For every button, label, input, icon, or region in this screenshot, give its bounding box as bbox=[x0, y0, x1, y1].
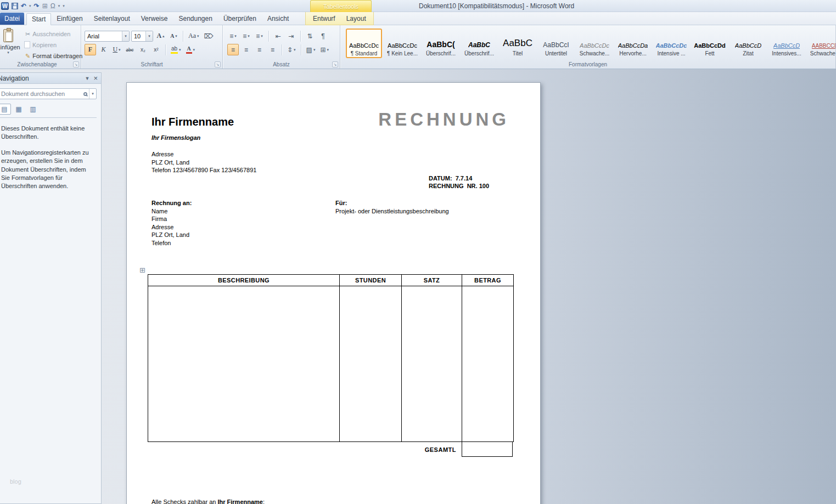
increase-indent-button[interactable]: ⇥ bbox=[285, 30, 297, 42]
style-item[interactable]: AaBbCcDc ¶ Kein Lee... bbox=[384, 29, 420, 58]
shading-button[interactable]: ▨▾ bbox=[305, 44, 317, 55]
invoice-table-body-cell[interactable] bbox=[402, 286, 462, 441]
subscript-button[interactable]: x₂ bbox=[137, 44, 149, 55]
bullets-button[interactable]: ≡▾ bbox=[227, 30, 239, 42]
ribbon-tab[interactable]: Ansicht bbox=[262, 13, 294, 25]
undo-dropdown-icon[interactable]: ▾ bbox=[29, 4, 31, 8]
undo-icon[interactable]: ↶ bbox=[21, 3, 26, 9]
invoice-table-body-cell[interactable] bbox=[148, 286, 340, 441]
invoice-table[interactable]: BESCHREIBUNGSTUNDENSATZBETRAG bbox=[148, 274, 514, 442]
table-move-handle-icon[interactable]: ⊞ bbox=[139, 266, 145, 274]
clear-formatting-button[interactable]: ⌦ bbox=[203, 30, 215, 42]
search-icon[interactable] bbox=[83, 92, 87, 96]
tab-datei[interactable]: Datei bbox=[0, 13, 24, 25]
change-case-button[interactable]: Aa▾ bbox=[187, 30, 201, 42]
multilevel-list-button[interactable]: ≡▾ bbox=[254, 30, 265, 42]
invoice-table-header-cell[interactable]: BETRAG bbox=[462, 275, 513, 286]
contextual-tab[interactable]: Layout bbox=[341, 13, 372, 25]
document-page[interactable]: Ihr Firmenname Ihr Firmenslogan AdresseP… bbox=[126, 82, 541, 504]
paste-button[interactable]: Einfügen ▾ bbox=[0, 27, 23, 60]
align-center-button[interactable]: ≡ bbox=[240, 44, 252, 55]
style-item[interactable]: AaBbCcDc Intensive ... bbox=[653, 29, 689, 58]
highlight-color-button[interactable]: ab ▾ bbox=[169, 44, 183, 55]
bill-to-lines: NameFirmaAdressePLZ Ort, LandTelefon bbox=[152, 207, 192, 247]
paste-dropdown-icon[interactable]: ▾ bbox=[7, 50, 9, 55]
decrease-indent-button[interactable]: ⇤ bbox=[272, 30, 284, 42]
divider bbox=[165, 44, 166, 55]
borders-button[interactable]: ⊞▾ bbox=[318, 44, 330, 55]
invoice-table-header-cell[interactable]: STUNDEN bbox=[340, 275, 402, 286]
style-item[interactable]: AaBbC Titel bbox=[500, 29, 536, 58]
close-icon[interactable]: × bbox=[93, 75, 98, 82]
symbol-dropdown-icon[interactable]: ▾ bbox=[58, 4, 60, 8]
paragraph-dialog-launcher[interactable]: ↘ bbox=[332, 61, 338, 67]
copy-button[interactable]: Kopieren bbox=[25, 41, 82, 49]
redo-icon[interactable]: ↷ bbox=[34, 3, 40, 9]
align-right-icon: ≡ bbox=[257, 46, 261, 54]
browse-results-tab[interactable]: ▥ bbox=[26, 104, 40, 115]
invoice-table-header-cell[interactable]: SATZ bbox=[402, 275, 462, 286]
font-group: Arial ▾ 10 ▾ A▴ A▾ Aa▾ ⌦ F K U▾ abc x₂ x bbox=[81, 25, 223, 69]
table-grid-icon[interactable]: ⊞ bbox=[42, 3, 48, 9]
style-item[interactable]: AaBbC( Überschrif... bbox=[423, 29, 459, 58]
italic-button[interactable]: K bbox=[98, 44, 109, 55]
invoice-table-header-cell[interactable]: BESCHREIBUNG bbox=[148, 275, 340, 286]
line-spacing-button[interactable]: ⇕▾ bbox=[285, 44, 298, 55]
word-app-icon[interactable]: W bbox=[1, 2, 9, 10]
format-painter-button[interactable]: ✎ Format übertragen bbox=[25, 52, 82, 60]
divider bbox=[300, 31, 301, 42]
superscript-button[interactable]: x² bbox=[150, 44, 162, 55]
font-group-label: Schriftart bbox=[81, 61, 222, 67]
bold-button[interactable]: F bbox=[85, 44, 96, 55]
style-item[interactable]: AaBbCcD Intensives... bbox=[768, 29, 805, 58]
style-item[interactable]: AABBCCD Schwache... bbox=[807, 29, 835, 58]
show-paragraph-marks-button[interactable]: ¶ bbox=[317, 30, 329, 42]
search-options-dropdown-icon[interactable]: ▾ bbox=[89, 89, 96, 99]
navigation-options-icon[interactable]: ▼ bbox=[85, 76, 89, 81]
ribbon-tab[interactable]: Seitenlayout bbox=[88, 13, 136, 25]
ribbon-tab[interactable]: Start bbox=[26, 13, 51, 25]
style-item[interactable]: AaBbCcDc ¶ Standard bbox=[346, 29, 382, 58]
align-right-button[interactable]: ≡ bbox=[254, 44, 265, 55]
ribbon-tab[interactable]: Sendungen bbox=[173, 13, 217, 25]
save-icon[interactable] bbox=[12, 3, 18, 9]
style-item[interactable]: AaBbCcDd Fett bbox=[692, 29, 728, 58]
ribbon-tab[interactable]: Verweise bbox=[136, 13, 173, 25]
grow-font-button[interactable]: A▴ bbox=[155, 30, 166, 42]
font-size-dropdown-icon[interactable]: ▾ bbox=[145, 31, 153, 41]
shrink-font-button[interactable]: A▾ bbox=[168, 30, 179, 42]
qat-more-icon[interactable]: ▾ bbox=[63, 4, 65, 8]
font-color-swatch bbox=[186, 52, 192, 54]
symbol-omega-icon[interactable]: Ω bbox=[51, 3, 55, 9]
ribbon-tab[interactable]: Einfügen bbox=[51, 13, 88, 25]
browse-headings-tab[interactable]: ▤ bbox=[0, 104, 11, 115]
justify-button[interactable]: ≡ bbox=[267, 44, 278, 55]
font-dialog-launcher[interactable]: ↘ bbox=[215, 61, 221, 67]
strikethrough-button[interactable]: abc bbox=[124, 44, 136, 55]
style-item[interactable]: AaBbCcDa Hervorhe... bbox=[615, 29, 651, 58]
font-color-button[interactable]: A ▾ bbox=[184, 44, 197, 55]
style-item[interactable]: AaBbCcDc Schwache... bbox=[576, 29, 613, 58]
search-input[interactable] bbox=[0, 89, 83, 98]
underline-button[interactable]: U▾ bbox=[111, 44, 122, 55]
font-family-dropdown-icon[interactable]: ▾ bbox=[122, 31, 129, 41]
font-family-combo[interactable]: Arial ▾ bbox=[85, 31, 130, 42]
invoice-table-body-cell[interactable] bbox=[340, 286, 402, 441]
sort-button[interactable]: ⇅ bbox=[304, 30, 316, 42]
browse-pages-tab[interactable]: ▦ bbox=[12, 104, 25, 115]
style-item[interactable]: AaBbC Überschrif... bbox=[461, 29, 497, 58]
contextual-tab[interactable]: Entwurf bbox=[307, 13, 341, 25]
style-item[interactable]: AaBbCcI Untertitel bbox=[538, 29, 574, 58]
bill-to-block: Rechnung an: NameFirmaAdressePLZ Ort, La… bbox=[152, 199, 192, 247]
company-address: AdressePLZ Ort, LandTelefon 123/4567890 … bbox=[152, 150, 256, 174]
align-left-button[interactable]: ≡ bbox=[227, 44, 239, 55]
style-item[interactable]: AaBbCcD Zitat bbox=[730, 29, 766, 58]
cut-button[interactable]: ✂ Ausschneiden bbox=[25, 30, 82, 38]
clipboard-dialog-launcher[interactable]: ↘ bbox=[73, 61, 79, 67]
invoice-table-body-cell[interactable] bbox=[462, 286, 513, 441]
font-size-combo[interactable]: 10 ▾ bbox=[131, 31, 153, 42]
numbering-button[interactable]: ≡▾ bbox=[240, 30, 252, 42]
ribbon-tab[interactable]: Überprüfen bbox=[218, 13, 262, 25]
style-label: Intensive ... bbox=[657, 50, 685, 56]
total-amount-cell[interactable] bbox=[462, 442, 513, 457]
